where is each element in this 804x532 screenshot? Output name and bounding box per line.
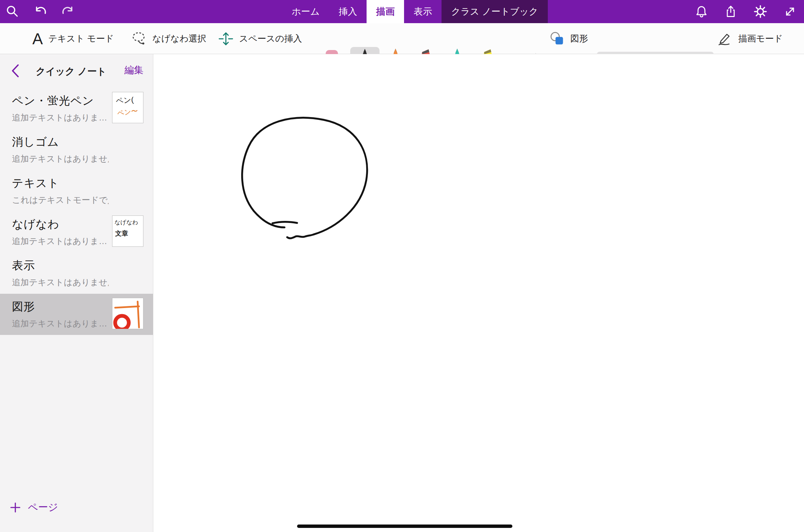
ribbon-tabs: ホーム 挿入 描画 表示 クラス ノートブック: [282, 0, 548, 23]
page-row-eraser[interactable]: 消しゴム 追加テキストはありません: [0, 129, 153, 170]
expand-icon: [784, 5, 797, 18]
thumb-text: なげなわ: [114, 219, 143, 226]
draw-mode-button[interactable]: 描画モード: [717, 23, 783, 54]
insert-space-button[interactable]: スペースの挿入: [218, 23, 302, 54]
page-subtitle: 追加テキストはありません: [12, 153, 109, 164]
topbar-right-actions: [695, 0, 797, 23]
share-icon: [724, 5, 737, 18]
lasso-label: なげなわ選択: [152, 33, 206, 45]
page-title: 図形: [12, 299, 109, 315]
shape-button[interactable]: 図形: [549, 23, 588, 54]
insert-space-icon: [218, 31, 234, 47]
page-subtitle: これはテキストモードで入力し…: [12, 194, 109, 206]
thumb-text: ペン(: [115, 94, 143, 106]
text-mode-label: テキスト モード: [48, 33, 114, 45]
page-list: ペン・蛍光ペン 追加テキストはありま… ペン( ペン〜 消しゴム 追加テキストは…: [0, 88, 153, 335]
page-list-sidebar: クイック ノート 編集 ペン・蛍光ペン 追加テキストはありま… ペン( ペン〜 …: [0, 54, 153, 532]
insert-space-label: スペースの挿入: [239, 33, 302, 45]
gear-icon: [754, 5, 767, 18]
page-thumbnail: ペン( ペン〜: [112, 92, 143, 123]
page-thumbnail: [112, 298, 143, 329]
back-button[interactable]: [7, 63, 22, 79]
sidebar-header: クイック ノート 編集: [0, 54, 153, 88]
undo-button[interactable]: [33, 5, 47, 18]
page-title: テキスト: [12, 176, 109, 191]
onenote-app: ホーム 挿入 描画 表示 クラス ノートブック: [0, 0, 804, 532]
search-icon: [6, 5, 19, 18]
search-button[interactable]: [6, 5, 19, 18]
top-bar: ホーム 挿入 描画 表示 クラス ノートブック: [0, 0, 804, 23]
page-row-shape[interactable]: 図形 追加テキストはありま…: [0, 294, 153, 335]
redo-icon: [61, 5, 75, 18]
lasso-icon: [131, 31, 147, 47]
drawing-canvas[interactable]: [153, 54, 804, 532]
shape-label: 図形: [570, 33, 588, 45]
fullscreen-button[interactable]: [784, 5, 797, 18]
text-mode-button[interactable]: A テキスト モード: [32, 23, 114, 54]
thumb-text: 文章: [115, 229, 143, 238]
page-title: ペン・蛍光ペン: [12, 93, 109, 109]
page-subtitle: 追加テキストはありま…: [12, 318, 109, 329]
tab-insert[interactable]: 挿入: [329, 0, 367, 23]
tab-home[interactable]: ホーム: [282, 0, 329, 23]
text-mode-icon: A: [32, 31, 43, 47]
page-row-pen-highlighter[interactable]: ペン・蛍光ペン 追加テキストはありま… ペン( ペン〜: [0, 88, 153, 129]
draw-mode-icon: [717, 31, 733, 46]
redo-button[interactable]: [61, 5, 75, 18]
page-title: 表示: [12, 258, 109, 273]
section-title: クイック ノート: [36, 65, 107, 78]
bell-icon: [695, 5, 708, 18]
thumbnail-sketch: [112, 298, 143, 329]
draw-mode-label: 描画モード: [738, 33, 783, 45]
topbar-left-actions: [6, 0, 75, 23]
page-row-view[interactable]: 表示 追加テキストはありません: [0, 253, 153, 294]
page-row-text[interactable]: テキスト これはテキストモードで入力し…: [0, 170, 153, 211]
add-page-label: ページ: [28, 501, 58, 514]
chevron-left-icon: [11, 64, 19, 78]
tab-class-notebook[interactable]: クラス ノートブック: [442, 0, 548, 23]
ink-stroke-circle: [153, 54, 804, 532]
tab-view[interactable]: 表示: [404, 0, 442, 23]
plus-icon: [10, 502, 21, 513]
tab-draw[interactable]: 描画: [367, 0, 404, 23]
notifications-button[interactable]: [695, 5, 708, 18]
page-row-lasso[interactable]: なげなわ 追加テキストはありま… なげなわ 文章: [0, 211, 153, 253]
page-subtitle: 追加テキストはありません: [12, 277, 109, 288]
page-thumbnail: なげなわ 文章: [112, 215, 143, 247]
thumb-text: ペン〜: [117, 106, 143, 118]
share-button[interactable]: [724, 5, 737, 18]
undo-icon: [33, 5, 47, 18]
page-subtitle: 追加テキストはありま…: [12, 112, 109, 123]
edit-button[interactable]: 編集: [124, 64, 143, 77]
draw-toolbar: A テキスト モード なげなわ選択 スペースの挿入: [0, 23, 804, 54]
home-indicator[interactable]: [297, 525, 512, 528]
page-title: なげなわ: [12, 217, 109, 232]
page-subtitle: 追加テキストはありま…: [12, 236, 109, 247]
add-page-button[interactable]: ページ: [10, 501, 58, 514]
lasso-select-button[interactable]: なげなわ選択: [131, 23, 206, 54]
page-title: 消しゴム: [12, 134, 109, 150]
shape-icon: [549, 31, 565, 46]
settings-button[interactable]: [754, 5, 767, 18]
